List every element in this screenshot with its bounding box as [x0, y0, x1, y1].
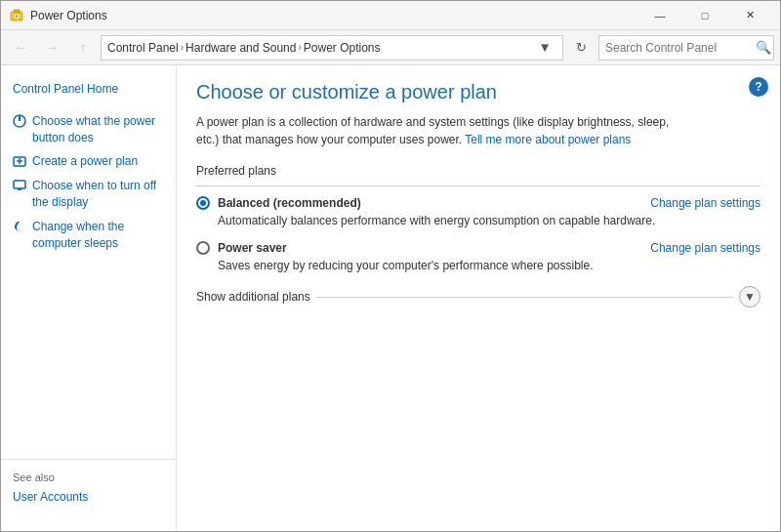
search-icon: 🔍 — [756, 40, 771, 55]
plan-power-saver-name: Power saver — [218, 241, 287, 255]
sidebar-label-power-button: Choose what the power button does — [32, 113, 164, 146]
breadcrumb: Control Panel › Hardware and Sound › Pow… — [107, 41, 529, 55]
breadcrumb-power-options[interactable]: Power Options — [304, 41, 381, 55]
display-icon — [13, 179, 26, 192]
breadcrumb-control-panel[interactable]: Control Panel — [107, 41, 179, 55]
plan-balanced: Balanced (recommended) Change plan setti… — [196, 196, 760, 227]
sidebar-item-create-plan[interactable]: Create a power plan — [1, 149, 176, 174]
show-additional-row[interactable]: Show additional plans ▼ — [196, 286, 760, 307]
close-button[interactable]: ✕ — [727, 1, 772, 30]
main-layout: Control Panel Home Choose what the power… — [1, 65, 780, 531]
page-title: Choose or customize a power plan — [196, 81, 760, 103]
svg-point-3 — [16, 15, 18, 17]
forward-button[interactable]: → — [38, 34, 65, 61]
search-box[interactable]: 🔍 — [598, 35, 774, 61]
window-icon — [9, 8, 24, 23]
sidebar-label-sleep: Change when the computer sleeps — [32, 219, 164, 252]
svg-rect-1 — [14, 10, 20, 13]
refresh-button[interactable]: ↻ — [567, 34, 595, 61]
plan-balanced-name: Balanced (recommended) — [218, 196, 361, 210]
search-input[interactable] — [605, 41, 752, 55]
show-additional-text: Show additional plans — [196, 290, 310, 304]
plan-power-saver-change-link[interactable]: Change plan settings — [650, 241, 760, 255]
create-plan-icon — [13, 154, 26, 168]
address-bar[interactable]: Control Panel › Hardware and Sound › Pow… — [101, 35, 563, 61]
plan-power-saver-radio[interactable] — [196, 241, 210, 255]
dropdown-button[interactable]: ▼ — [533, 36, 556, 60]
content-area: ? Choose or customize a power plan A pow… — [177, 65, 780, 531]
sidebar-item-power-button[interactable]: Choose what the power button does — [1, 109, 176, 150]
svg-rect-9 — [14, 181, 25, 188]
plan-balanced-change-link[interactable]: Change plan settings — [650, 196, 760, 210]
sidebar-item-user-accounts[interactable]: User Accounts — [13, 487, 164, 508]
learn-more-link[interactable]: Tell me more about power plans — [465, 133, 631, 146]
sidebar-label-create-plan: Create a power plan — [32, 153, 138, 170]
sidebar-item-control-panel-home[interactable]: Control Panel Home — [1, 77, 176, 102]
show-additional-line — [316, 297, 733, 298]
toolbar: ← → ↑ Control Panel › Hardware and Sound… — [1, 30, 780, 65]
plan-balanced-header: Balanced (recommended) Change plan setti… — [196, 196, 760, 210]
plan-power-saver-header: Power saver Change plan settings — [196, 241, 760, 255]
sidebar-top: Control Panel Home Choose what the power… — [1, 77, 176, 255]
help-button[interactable]: ? — [749, 77, 768, 97]
page-description: A power plan is a collection of hardware… — [196, 113, 684, 148]
window: Power Options — □ ✕ ← → ↑ Control Panel … — [0, 0, 781, 532]
plan-balanced-label-row: Balanced (recommended) — [196, 196, 361, 210]
sidebar: Control Panel Home Choose what the power… — [1, 65, 177, 531]
section-title: Preferred plans — [196, 164, 760, 178]
plan-balanced-desc: Automatically balances performance with … — [218, 214, 760, 227]
plan-power-saver-label-row: Power saver — [196, 241, 287, 255]
maximize-button[interactable]: □ — [682, 1, 727, 30]
window-title: Power Options — [30, 9, 637, 22]
sleep-icon — [13, 220, 26, 233]
plan-power-saver-desc: Saves energy by reducing your computer's… — [218, 259, 760, 272]
show-additional-button[interactable]: ▼ — [739, 286, 760, 307]
minimize-button[interactable]: — — [637, 1, 682, 30]
sidebar-bottom: See also User Accounts — [1, 459, 176, 519]
user-accounts-label: User Accounts — [13, 489, 88, 506]
plan-power-saver: Power saver Change plan settings Saves e… — [196, 241, 760, 272]
sidebar-label-display: Choose when to turn off the display — [32, 178, 164, 211]
plan-balanced-radio[interactable] — [196, 196, 210, 210]
power-button-icon — [13, 114, 26, 128]
plans-container: Balanced (recommended) Change plan setti… — [196, 185, 760, 307]
breadcrumb-hardware-sound[interactable]: Hardware and Sound — [185, 41, 296, 55]
see-also-label: See also — [13, 471, 164, 483]
sidebar-item-sleep[interactable]: Change when the computer sleeps — [1, 215, 176, 256]
up-button[interactable]: ↑ — [69, 34, 97, 61]
title-bar: Power Options — □ ✕ — [1, 1, 780, 30]
back-button[interactable]: ← — [7, 34, 34, 61]
sidebar-item-display[interactable]: Choose when to turn off the display — [1, 174, 176, 215]
svg-rect-5 — [19, 116, 21, 121]
sidebar-label-home: Control Panel Home — [13, 81, 118, 98]
window-controls: — □ ✕ — [637, 1, 772, 30]
